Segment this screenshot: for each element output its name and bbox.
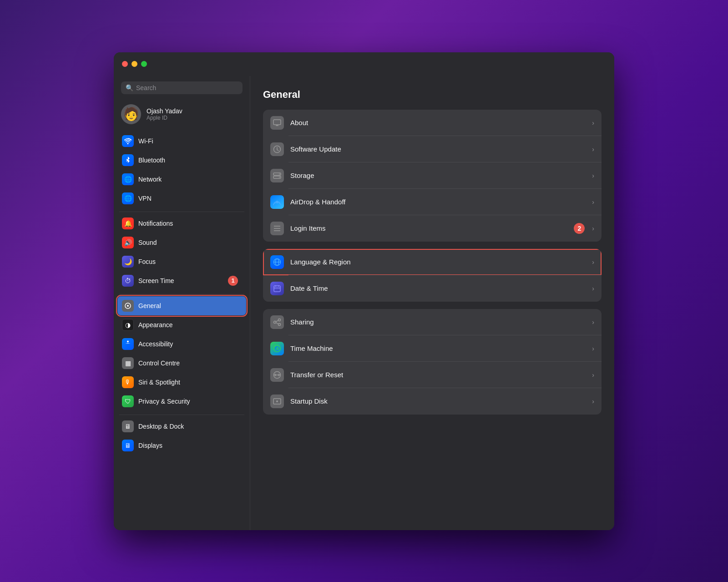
airdrop-chevron: › <box>592 198 594 206</box>
sidebar-scroll: Wi-Fi Bluetooth 🌐 Network <box>114 132 250 530</box>
sidebar-item-siri[interactable]: 🎙 Siri & Spotlight <box>117 373 246 392</box>
transfer-icon <box>270 368 284 382</box>
controlcentre-icon: ▦ <box>122 357 134 369</box>
softwareupdate-icon <box>270 142 284 156</box>
settings-row-transfer[interactable]: Transfer or Reset › <box>263 362 602 388</box>
screentime-icon: ⏱ <box>122 275 134 287</box>
sidebar-label-bluetooth: Bluetooth <box>138 157 165 164</box>
sidebar-group-general: General ◑ Appearance Accessibi <box>117 296 246 411</box>
settings-row-loginitems[interactable]: Login Items 2 › <box>263 215 602 242</box>
divider-3 <box>119 415 244 415</box>
wifi-icon <box>122 135 134 147</box>
sidebar-item-accessibility[interactable]: Accessibility <box>117 334 246 354</box>
divider-2 <box>119 294 244 294</box>
startup-icon <box>270 395 284 408</box>
sidebar-label-siri: Siri & Spotlight <box>138 379 180 386</box>
divider-1 <box>119 212 244 212</box>
storage-icon <box>270 169 284 182</box>
datetime-label: Date & Time <box>290 284 588 292</box>
siri-icon: 🎙 <box>122 376 134 388</box>
bluetooth-icon <box>122 154 134 166</box>
network-icon: 🌐 <box>122 173 134 185</box>
sidebar: 🔍 Search 🧑 Ojash Yadav Apple ID <box>114 76 250 530</box>
about-label: About <box>290 119 588 127</box>
user-subtitle: Apple ID <box>147 115 182 121</box>
sidebar-label-controlcentre: Control Centre <box>138 359 180 367</box>
minimize-button[interactable] <box>131 61 137 67</box>
datetime-icon <box>270 282 284 295</box>
sidebar-label-network: Network <box>138 176 162 183</box>
sidebar-item-vpn[interactable]: 🌐 VPN <box>117 189 246 208</box>
language-label: Language & Region <box>290 258 588 266</box>
transfer-label: Transfer or Reset <box>290 371 588 379</box>
settings-row-language[interactable]: Language & Region › <box>263 249 602 275</box>
settings-row-timemachine[interactable]: Time Machine › <box>263 335 602 362</box>
sidebar-label-desktop: Desktop & Dock <box>138 423 184 430</box>
settings-row-startup[interactable]: Startup Disk › <box>263 388 602 415</box>
sidebar-label-displays: Displays <box>138 442 162 449</box>
language-icon <box>270 255 284 269</box>
settings-row-airdrop[interactable]: AirDrop & Handoff › <box>263 189 602 215</box>
sidebar-item-focus[interactable]: 🌙 Focus <box>117 252 246 271</box>
svg-point-2 <box>127 340 129 342</box>
svg-point-24 <box>278 323 281 325</box>
svg-line-26 <box>276 323 278 324</box>
loginitems-icon <box>270 222 284 235</box>
sidebar-item-desktop[interactable]: 🖥 Desktop & Dock <box>117 417 246 436</box>
sidebar-group-network: Wi-Fi Bluetooth 🌐 Network <box>117 132 246 208</box>
sidebar-label-sound: Sound <box>138 239 157 246</box>
sharing-icon <box>270 315 284 329</box>
window-body: 🔍 Search 🧑 Ojash Yadav Apple ID <box>114 76 614 530</box>
timemachine-chevron: › <box>592 345 594 352</box>
sidebar-label-wifi: Wi-Fi <box>138 137 153 145</box>
avatar-image: 🧑 <box>123 106 139 121</box>
settings-row-about[interactable]: About › <box>263 110 602 136</box>
sidebar-item-network[interactable]: 🌐 Network <box>117 170 246 189</box>
airdrop-icon <box>270 195 284 209</box>
loginitems-label: Login Items <box>290 224 574 232</box>
close-button[interactable] <box>122 61 128 67</box>
sidebar-item-displays[interactable]: 🖥 Displays <box>117 436 246 455</box>
svg-point-10 <box>279 177 280 177</box>
system-preferences-window: 🔍 Search 🧑 Ojash Yadav Apple ID <box>114 52 614 530</box>
sidebar-item-bluetooth[interactable]: Bluetooth <box>117 151 246 170</box>
sidebar-item-notifications[interactable]: 🔔 Notifications <box>117 214 246 233</box>
sidebar-label-focus: Focus <box>138 258 156 265</box>
settings-row-storage[interactable]: Storage › <box>263 162 602 189</box>
svg-point-31 <box>276 400 278 402</box>
search-placeholder: Search <box>136 84 156 91</box>
maximize-button[interactable] <box>141 61 147 67</box>
page-title: General <box>263 89 602 101</box>
user-profile[interactable]: 🧑 Ojash Yadav Apple ID <box>114 100 250 132</box>
sidebar-item-controlcentre[interactable]: ▦ Control Centre <box>117 354 246 373</box>
sidebar-item-wifi[interactable]: Wi-Fi <box>117 132 246 151</box>
displays-icon: 🖥 <box>122 440 134 451</box>
search-bar[interactable]: 🔍 Search <box>121 81 243 94</box>
settings-group-3: Sharing › Time Machine › <box>263 309 602 415</box>
sidebar-item-general[interactable]: General <box>117 296 246 315</box>
storage-chevron: › <box>592 172 594 179</box>
softwareupdate-chevron: › <box>592 146 594 153</box>
settings-row-datetime[interactable]: Date & Time › <box>263 275 602 302</box>
search-container: 🔍 Search <box>114 76 250 100</box>
svg-line-25 <box>276 320 278 322</box>
language-chevron: › <box>592 258 594 266</box>
vpn-icon: 🌐 <box>122 192 134 204</box>
sidebar-item-privacy[interactable]: 🛡 Privacy & Security <box>117 392 246 411</box>
main-content: General About › <box>250 76 614 530</box>
settings-row-softwareupdate[interactable]: Software Update › <box>263 136 602 162</box>
screentime-badge: 1 <box>228 276 238 286</box>
timemachine-icon <box>270 342 284 355</box>
sidebar-group-notifications: 🔔 Notifications 🔊 Sound 🌙 Focus ⏱ Screen… <box>117 214 246 290</box>
settings-row-sharing[interactable]: Sharing › <box>263 309 602 335</box>
accessibility-icon <box>122 338 134 350</box>
sidebar-item-screentime[interactable]: ⏱ Screen Time 1 <box>117 271 246 290</box>
settings-group-2: Language & Region › Date & Time › <box>263 249 602 302</box>
sidebar-group-desktop: 🖥 Desktop & Dock 🖥 Displays <box>117 417 246 455</box>
sidebar-item-sound[interactable]: 🔊 Sound <box>117 233 246 252</box>
sidebar-item-appearance[interactable]: ◑ Appearance <box>117 315 246 334</box>
sidebar-label-appearance: Appearance <box>138 321 173 329</box>
general-icon <box>122 300 134 312</box>
focus-icon: 🌙 <box>122 256 134 268</box>
storage-label: Storage <box>290 172 588 179</box>
